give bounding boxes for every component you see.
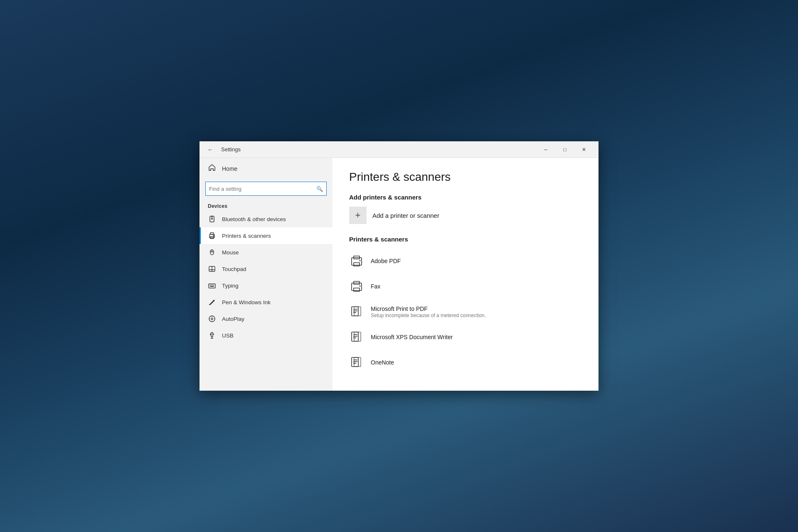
minimize-button[interactable]: ─ — [536, 143, 555, 156]
sidebar-item-autoplay[interactable]: AutoPlay — [200, 310, 332, 327]
printer-info-ms-print-pdf: Microsoft Print to PDF Setup incomplete … — [371, 305, 486, 318]
sidebar-item-printers[interactable]: Printers & scanners — [200, 227, 332, 244]
search-icon: 🔍 — [316, 186, 323, 192]
svg-point-20 — [209, 316, 215, 322]
pen-label: Pen & Windows Ink — [222, 299, 271, 305]
sidebar-item-typing[interactable]: Typing — [200, 277, 332, 294]
printer-item-adobe-pdf[interactable]: Adobe PDF — [349, 249, 582, 274]
printers-label: Printers & scanners — [222, 233, 271, 239]
svg-rect-49 — [354, 357, 361, 367]
printer-name-ms-xps: Microsoft XPS Document Writer — [371, 334, 453, 340]
mouse-icon — [208, 248, 216, 256]
svg-point-3 — [212, 216, 212, 217]
bluetooth-icon — [208, 215, 216, 223]
autoplay-label: AutoPlay — [222, 316, 244, 322]
sidebar-item-bluetooth[interactable]: Bluetooth & other devices — [200, 211, 332, 227]
printer-info-ms-xps: Microsoft XPS Document Writer — [371, 334, 453, 340]
pen-icon — [208, 298, 216, 306]
sidebar-item-home[interactable]: Home — [200, 158, 332, 179]
svg-point-37 — [360, 286, 361, 287]
printers-icon — [208, 232, 216, 240]
close-button[interactable]: ✕ — [574, 143, 594, 156]
printer-info-adobe-pdf: Adobe PDF — [371, 258, 401, 264]
svg-rect-48 — [352, 357, 358, 367]
sidebar-item-pen[interactable]: Pen & Windows Ink — [200, 294, 332, 310]
settings-window: ← Settings ─ □ ✕ Home 🔍 — [200, 141, 598, 391]
printer-item-ms-print-pdf[interactable]: Microsoft Print to PDF Setup incomplete … — [349, 299, 582, 325]
printer-list: Adobe PDF Fax — [349, 249, 582, 375]
add-printer-label: Add a printer or scanner — [372, 212, 439, 219]
printer-item-ms-xps[interactable]: Microsoft XPS Document Writer — [349, 325, 582, 350]
usb-label: USB — [222, 332, 234, 339]
printer-info-onenote: OneNote — [371, 359, 394, 366]
sidebar-item-usb[interactable]: USB — [200, 327, 332, 344]
svg-point-7 — [213, 235, 214, 236]
add-printer-button[interactable]: + Add a printer or scanner — [349, 207, 582, 224]
typing-icon — [208, 281, 216, 290]
printer-name-fax: Fax — [371, 283, 380, 290]
printer-icon-ms-print-pdf — [349, 304, 364, 319]
printer-icon-onenote — [349, 355, 364, 370]
sidebar-item-mouse[interactable]: Mouse — [200, 244, 332, 261]
window-controls: ─ □ ✕ — [536, 143, 594, 156]
title-bar: ← Settings ─ □ ✕ — [200, 141, 598, 158]
printer-icon-adobe-pdf — [349, 254, 364, 268]
window-body: Home 🔍 Devices Bluetooth — [200, 158, 598, 391]
bluetooth-label: Bluetooth & other devices — [222, 216, 286, 222]
svg-point-21 — [211, 318, 213, 320]
back-button[interactable]: ← — [204, 144, 216, 155]
typing-label: Typing — [222, 283, 239, 289]
printer-info-fax: Fax — [371, 283, 380, 290]
svg-rect-38 — [352, 307, 358, 316]
printers-section-title: Printers & scanners — [349, 236, 582, 243]
maximize-button[interactable]: □ — [555, 143, 574, 156]
printer-item-onenote[interactable]: OneNote — [349, 350, 582, 375]
add-icon: + — [349, 207, 367, 224]
mouse-label: Mouse — [222, 249, 239, 256]
touchpad-label: Touchpad — [222, 266, 246, 272]
touchpad-icon — [208, 265, 216, 273]
window-title: Settings — [221, 146, 241, 153]
svg-point-33 — [360, 260, 361, 261]
printer-icon-fax — [349, 279, 364, 294]
printer-name-ms-print-pdf: Microsoft Print to PDF — [371, 305, 486, 312]
devices-section-label: Devices — [200, 200, 332, 211]
svg-rect-39 — [354, 307, 361, 316]
usb-icon — [208, 331, 216, 340]
home-label: Home — [222, 165, 237, 172]
title-bar-left: ← Settings — [204, 144, 536, 155]
page-title: Printers & scanners — [349, 170, 582, 184]
svg-rect-6 — [210, 233, 214, 234]
autoplay-icon — [208, 315, 216, 323]
svg-rect-22 — [211, 332, 213, 337]
search-box[interactable]: 🔍 — [205, 182, 327, 196]
printer-item-fax[interactable]: Fax — [349, 274, 582, 299]
printer-sub-ms-print-pdf: Setup incomplete because of a metered co… — [371, 313, 486, 318]
printer-name-onenote: OneNote — [371, 359, 394, 366]
sidebar-item-touchpad[interactable]: Touchpad — [200, 261, 332, 277]
printer-icon-ms-xps — [349, 330, 364, 345]
search-input[interactable] — [209, 186, 316, 192]
sidebar: Home 🔍 Devices Bluetooth — [200, 158, 332, 391]
add-section-title: Add printers & scanners — [349, 194, 582, 201]
main-content: Printers & scanners Add printers & scann… — [332, 158, 598, 391]
svg-rect-43 — [352, 332, 358, 341]
home-icon — [208, 164, 216, 173]
svg-rect-44 — [354, 332, 361, 341]
printer-name-adobe-pdf: Adobe PDF — [371, 258, 401, 264]
